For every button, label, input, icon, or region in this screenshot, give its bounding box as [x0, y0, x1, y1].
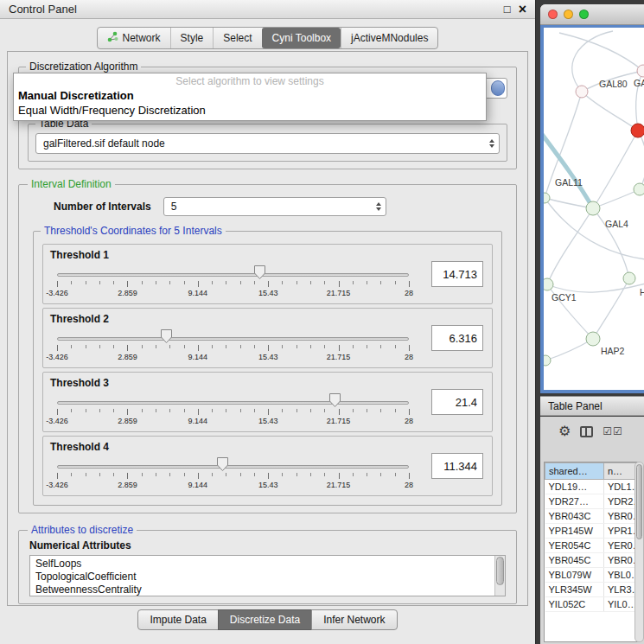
- slider-track[interactable]: [57, 465, 409, 469]
- table-cell[interactable]: YDR2…: [604, 494, 638, 509]
- slider-track[interactable]: [57, 401, 409, 405]
- network-node[interactable]: [544, 355, 551, 366]
- slider-thumb[interactable]: [329, 393, 341, 407]
- table-data-combobox[interactable]: galFiltered.sif default node: [35, 133, 500, 154]
- traffic-light-close-icon[interactable]: [548, 10, 558, 19]
- network-node-label: H: [640, 287, 644, 297]
- control-panel-titlebar[interactable]: Control Panel □ ×: [0, 0, 535, 19]
- table-cell[interactable]: YDL1…: [604, 480, 638, 494]
- traffic-light-zoom-icon[interactable]: [579, 10, 589, 19]
- slider-track[interactable]: [57, 273, 409, 277]
- table-cell[interactable]: YIL052C: [545, 597, 604, 612]
- column-header-name[interactable]: n…: [604, 463, 638, 480]
- threshold-slider[interactable]: -3.426 2.859 9.144 15.43 21.715 28: [57, 456, 409, 494]
- numerical-attributes-list[interactable]: SelfLoops TopologicalCoefficient Between…: [29, 555, 506, 596]
- threshold-value-input[interactable]: [431, 325, 483, 351]
- table-scrollbar[interactable]: [634, 462, 644, 642]
- threshold-slider[interactable]: -3.426 2.859 9.144 15.43 21.715 28: [57, 392, 409, 430]
- close-icon[interactable]: ×: [519, 3, 526, 16]
- table-cell[interactable]: YBR0…: [604, 553, 638, 568]
- algorithm-dropdown-popup: Select algorithm to view settings Manual…: [13, 73, 487, 121]
- network-node[interactable]: [631, 124, 644, 137]
- network-node[interactable]: [576, 86, 588, 98]
- algorithm-option-equal-width[interactable]: Equal Width/Frequency Discretization: [14, 103, 486, 118]
- table-cell[interactable]: YBR043C: [545, 509, 604, 524]
- attributes-to-discretize-group: Attributes to discretize Numerical Attri…: [18, 524, 517, 604]
- table-cell[interactable]: YLR3…: [604, 583, 638, 597]
- table-cell[interactable]: YDR27…: [545, 494, 604, 509]
- threshold-value-input[interactable]: [431, 453, 483, 479]
- slider-tick: [127, 345, 128, 351]
- scrollbar-thumb[interactable]: [496, 557, 504, 585]
- threshold-value-input[interactable]: [431, 389, 483, 415]
- table-row[interactable]: YDL19…YDL1…: [545, 480, 638, 494]
- network-node[interactable]: [623, 272, 635, 284]
- table-panel-header[interactable]: Table Panel: [540, 396, 644, 416]
- network-node[interactable]: [586, 332, 600, 346]
- table-cell[interactable]: YPR145W: [545, 524, 604, 539]
- algorithm-option-manual[interactable]: Manual Discretization: [14, 88, 486, 103]
- columns-icon[interactable]: [580, 426, 593, 437]
- table-cell[interactable]: YBR0…: [604, 509, 638, 524]
- table-cell[interactable]: YPR1…: [604, 524, 638, 539]
- tab-infer-network[interactable]: Infer Network: [311, 609, 397, 630]
- list-item[interactable]: TopologicalCoefficient: [35, 571, 491, 583]
- table-cell[interactable]: YLR345W: [545, 583, 604, 597]
- table-row[interactable]: YER054CYER0…: [545, 539, 638, 553]
- tab-style[interactable]: Style: [170, 28, 214, 48]
- tab-label: Select: [223, 32, 252, 44]
- slider-track[interactable]: [57, 337, 409, 341]
- table-cell[interactable]: YBL0…: [604, 568, 638, 583]
- threshold-value-input[interactable]: [431, 261, 483, 287]
- table-cell[interactable]: YBR045C: [545, 553, 604, 568]
- table-row[interactable]: YBL079WYBL0…: [545, 568, 638, 583]
- network-node[interactable]: [634, 183, 644, 195]
- number-of-intervals-combobox[interactable]: 5: [163, 197, 386, 216]
- tab-select[interactable]: Select: [213, 28, 261, 48]
- network-node[interactable]: [544, 193, 550, 203]
- float-window-icon[interactable]: □: [504, 3, 511, 15]
- tab-jactivemnodules[interactable]: jActiveMNodules: [341, 28, 437, 48]
- threshold-slider[interactable]: -3.426 2.859 9.144 15.43 21.715 28: [57, 264, 409, 302]
- window-title: Control Panel: [9, 3, 504, 16]
- tab-network[interactable]: Network: [98, 28, 170, 48]
- slider-thumb[interactable]: [161, 329, 172, 343]
- table-cell[interactable]: YER054C: [545, 539, 604, 553]
- table-row[interactable]: YIL052CYIL0…: [545, 597, 638, 612]
- table-row[interactable]: YPR145WYPR1…: [545, 524, 638, 539]
- gear-icon[interactable]: ⚙: [558, 424, 571, 438]
- tab-group: Network Style Select Cyni Toolbox jActiv…: [97, 27, 439, 49]
- tab-impute-data[interactable]: Impute Data: [137, 609, 218, 630]
- tab-cyni-toolbox[interactable]: Cyni Toolbox: [262, 28, 341, 48]
- combobox-arrows-icon: [376, 202, 381, 211]
- slider-thumb[interactable]: [217, 457, 228, 471]
- number-of-intervals-row: Number of Intervals 5: [54, 197, 507, 216]
- network-canvas[interactable]: GAL80GAGAL11GAL4GCY1HHAP2: [540, 25, 644, 393]
- slider-thumb[interactable]: [254, 265, 265, 279]
- tab-discretize-data[interactable]: Discretize Data: [218, 609, 312, 630]
- table-cell[interactable]: YDL19…: [545, 480, 604, 494]
- network-node[interactable]: [586, 201, 600, 215]
- table-row[interactable]: YBR043CYBR0…: [545, 509, 638, 524]
- table-cell[interactable]: YBL079W: [545, 568, 604, 583]
- table-cell[interactable]: YIL0…: [604, 597, 638, 612]
- slider-tick: [380, 281, 381, 284]
- network-window-titlebar[interactable]: [540, 4, 644, 25]
- network-edge: [638, 131, 644, 189]
- traffic-light-minimize-icon[interactable]: [564, 10, 573, 19]
- column-header-shared-name[interactable]: shared…: [545, 463, 604, 480]
- threshold-slider[interactable]: -3.426 2.859 9.144 15.43 21.715 28: [57, 328, 409, 366]
- table-row[interactable]: YBR045CYBR0…: [545, 553, 638, 568]
- list-item[interactable]: SelfLoops: [35, 558, 491, 571]
- scrollbar-thumb[interactable]: [636, 464, 642, 539]
- list-item[interactable]: BetweennessCentrality: [35, 583, 491, 596]
- table-row[interactable]: YDR27…YDR2…: [545, 494, 638, 509]
- select-rows-icon[interactable]: ☑☑: [603, 426, 623, 437]
- slider-tick: [324, 345, 325, 348]
- thresholds-group: Threshold's Coordinates for 5 Intervals …: [33, 225, 502, 506]
- list-scrollbar[interactable]: [494, 556, 505, 596]
- network-node[interactable]: [544, 278, 553, 290]
- combobox-stepper[interactable]: [491, 80, 505, 96]
- table-cell[interactable]: YER0…: [604, 539, 638, 553]
- table-row[interactable]: YLR345WYLR3…: [545, 583, 638, 597]
